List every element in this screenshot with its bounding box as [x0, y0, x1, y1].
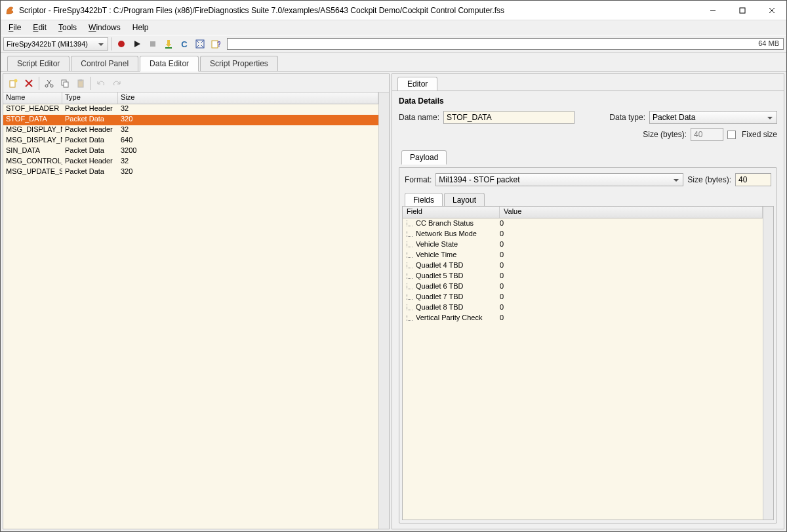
tab-script-editor[interactable]: Script Editor	[7, 56, 70, 71]
svg-point-24	[50, 85, 53, 87]
format-combo[interactable]: Mil1394 - STOF packet	[435, 173, 683, 186]
c-button[interactable]: C	[177, 37, 192, 51]
table-row[interactable]: MSG_DISPLAY_NCPacket Header32	[3, 125, 378, 136]
new-item-button[interactable]	[6, 76, 20, 91]
download-button[interactable]	[161, 37, 176, 51]
device-selector[interactable]: FireSpy3422bT (Mil1394)	[3, 37, 108, 51]
memory-text: 64 MB	[758, 39, 779, 47]
stop-button[interactable]	[146, 37, 160, 51]
minimize-button[interactable]	[698, 1, 727, 20]
svg-rect-26	[64, 82, 68, 87]
payload-size-input[interactable]	[735, 173, 771, 186]
table-row[interactable]: STOF_HEADERPacket Header32	[3, 104, 378, 115]
menu-tools[interactable]: Tools	[53, 22, 82, 33]
menu-file[interactable]: File	[3, 22, 26, 33]
size-bytes-label: Size (bytes):	[643, 130, 687, 139]
svg-line-13	[197, 45, 199, 47]
table-row[interactable]: STOF_DATAPacket Data320	[3, 115, 378, 125]
app-icon	[5, 5, 15, 16]
field-row[interactable]: Quadlet 5 TBD0	[403, 272, 763, 282]
tab-data-editor[interactable]: Data Editor	[140, 56, 199, 72]
payload-box: Format: Mil1394 - STOF packet Size (byte…	[399, 167, 777, 523]
field-row[interactable]: Quadlet 7 TBD0	[403, 293, 763, 303]
data-table-header: Name Type Size	[3, 92, 378, 104]
col-header-type[interactable]: Type	[62, 92, 118, 104]
editor-body: Data Details Data name: Data type: Packe…	[392, 91, 784, 529]
fixed-size-checkbox[interactable]	[727, 131, 736, 139]
paste-button[interactable]	[73, 76, 88, 91]
memory-bar: 64 MB	[227, 38, 784, 50]
menu-windows[interactable]: Windows	[83, 22, 126, 33]
record-button[interactable]	[114, 37, 129, 51]
tab-layout[interactable]: Layout	[444, 193, 485, 207]
data-list-toolbar	[3, 74, 389, 92]
menubar: File Edit Tools Windows Help	[1, 20, 786, 35]
data-type-label: Data type:	[609, 113, 645, 122]
close-button[interactable]	[757, 1, 786, 20]
window-controls	[698, 1, 786, 20]
svg-point-23	[45, 85, 48, 87]
menu-help[interactable]: Help	[127, 22, 154, 33]
help-button[interactable]: ?	[209, 37, 223, 51]
tab-script-properties[interactable]: Script Properties	[200, 56, 278, 71]
main-toolbar: FireSpy3422bT (Mil1394) C ? 64 MB	[1, 35, 786, 53]
copy-button[interactable]	[58, 76, 72, 91]
svg-point-4	[118, 41, 125, 47]
field-row[interactable]: Quadlet 4 TBD0	[403, 261, 763, 272]
undo-button[interactable]	[94, 76, 108, 91]
field-row[interactable]: Network Bus Mode0	[403, 230, 763, 240]
field-row[interactable]: Vehicle State0	[403, 240, 763, 251]
svg-point-18	[14, 79, 18, 82]
table-row[interactable]: MSG_DISPLAY_NCPacket Data640	[3, 136, 378, 146]
svg-rect-1	[740, 8, 745, 13]
table-row[interactable]: MSG_CONTROL_NPacket Header32	[3, 157, 378, 167]
field-row[interactable]: Quadlet 6 TBD0	[403, 282, 763, 293]
redo-button[interactable]	[110, 76, 124, 91]
main-tab-strip: Script Editor Control Panel Data Editor …	[1, 53, 786, 71]
main-content: Name Type Size STOF_HEADERPacket Header3…	[1, 71, 786, 531]
svg-line-12	[201, 41, 203, 43]
col-header-value[interactable]: Value	[500, 207, 763, 218]
tab-control-panel[interactable]: Control Panel	[71, 56, 138, 71]
svg-rect-7	[167, 40, 170, 44]
editor-pane: Editor Data Details Data name: Data type…	[392, 73, 784, 529]
payload-size-label: Size (bytes):	[687, 175, 731, 184]
tab-fields[interactable]: Fields	[405, 193, 443, 207]
play-button[interactable]	[130, 37, 144, 51]
maximize-button[interactable]	[727, 1, 757, 20]
tab-payload[interactable]: Payload	[401, 150, 447, 165]
scrollbar[interactable]	[378, 92, 389, 529]
svg-line-11	[197, 41, 199, 43]
field-row[interactable]: Quadlet 8 TBD0	[403, 303, 763, 314]
size-bytes-spinner: 40	[691, 128, 723, 141]
table-row[interactable]: SIN_DATAPacket Data3200	[3, 146, 378, 157]
svg-line-14	[201, 45, 203, 47]
cut-button[interactable]	[42, 76, 56, 91]
field-row[interactable]: CC Branch Status0	[403, 219, 763, 230]
format-label: Format:	[405, 175, 432, 184]
fields-table[interactable]: Field Value CC Branch Status0Network Bus…	[402, 206, 774, 520]
titlebar: Scriptor - FireSpy3422bT : C:/Program Fi…	[1, 1, 786, 20]
col-header-size[interactable]: Size	[118, 92, 378, 104]
window-title: Scriptor - FireSpy3422bT : C:/Program Fi…	[19, 6, 698, 15]
tab-editor[interactable]: Editor	[397, 77, 437, 91]
data-name-input[interactable]	[443, 111, 575, 124]
data-rows: STOF_HEADERPacket Header32STOF_DATAPacke…	[3, 104, 378, 529]
data-table[interactable]: Name Type Size STOF_HEADERPacket Header3…	[3, 92, 378, 529]
svg-rect-17	[10, 81, 15, 87]
data-list-pane: Name Type Size STOF_HEADERPacket Header3…	[3, 73, 390, 529]
col-header-field[interactable]: Field	[403, 207, 500, 218]
field-row[interactable]: Vertical Parity Check0	[403, 314, 763, 324]
fields-scrollbar[interactable]	[763, 207, 773, 520]
menu-edit[interactable]: Edit	[28, 22, 52, 33]
app-window: Scriptor - FireSpy3422bT : C:/Program Fi…	[0, 0, 787, 532]
data-type-combo[interactable]: Packet Data	[649, 111, 777, 124]
field-row[interactable]: Vehicle Time0	[403, 251, 763, 261]
fixed-size-label: Fixed size	[742, 130, 777, 139]
col-header-name[interactable]: Name	[3, 92, 62, 104]
expand-button[interactable]	[193, 37, 207, 51]
svg-marker-8	[166, 44, 171, 47]
svg-text:?: ?	[217, 41, 220, 48]
delete-item-button[interactable]	[22, 76, 36, 91]
table-row[interactable]: MSG_UPDATE_ST0Packet Data320	[3, 167, 378, 178]
